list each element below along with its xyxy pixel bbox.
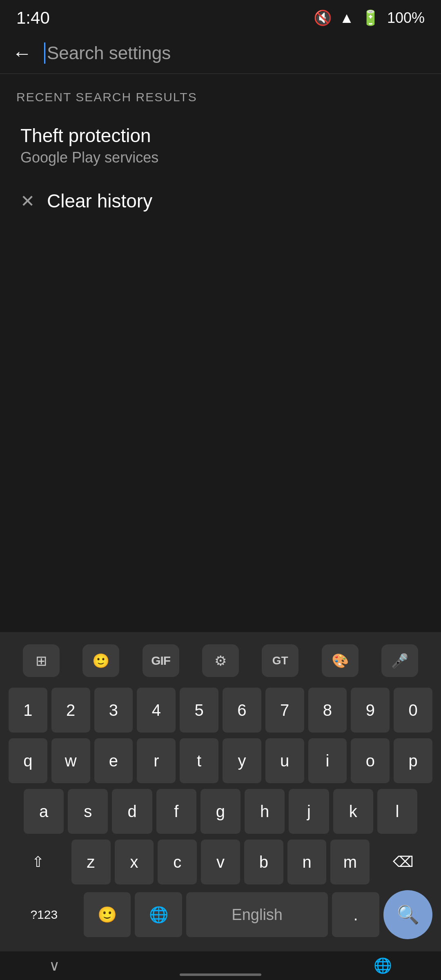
mute-icon: 🔇 — [314, 9, 332, 27]
key-r[interactable]: r — [137, 738, 176, 783]
key-3[interactable]: 3 — [94, 688, 133, 733]
theme-button[interactable]: 🎨 — [322, 644, 359, 677]
recent-label: RECENT SEARCH RESULTS — [16, 90, 425, 104]
key-5[interactable]: 5 — [180, 688, 218, 733]
emoji-grid-button[interactable]: ⊞ — [23, 644, 60, 677]
key-l[interactable]: l — [377, 789, 417, 834]
key-m[interactable]: m — [330, 840, 370, 884]
qwerty-row: q w e r t y u i o p — [3, 738, 438, 783]
key-i[interactable]: i — [308, 738, 347, 783]
key-w[interactable]: w — [51, 738, 90, 783]
number-row: 1 2 3 4 5 6 7 8 9 0 — [3, 688, 438, 733]
key-s[interactable]: s — [68, 789, 108, 834]
settings-button[interactable]: ⚙ — [202, 644, 239, 677]
clear-history-row[interactable]: ✕ Clear history — [16, 178, 425, 223]
recent-section: RECENT SEARCH RESULTS Theft protection G… — [0, 74, 441, 232]
keyboard-hide-button[interactable]: ∨ — [49, 957, 60, 974]
key-o[interactable]: o — [351, 738, 390, 783]
numbers-key[interactable]: ?123 — [9, 892, 80, 937]
key-f[interactable]: f — [156, 789, 196, 834]
key-8[interactable]: 8 — [308, 688, 347, 733]
search-bar: ← Search settings — [0, 33, 441, 74]
key-g[interactable]: g — [200, 789, 241, 834]
period-key[interactable]: . — [332, 892, 379, 937]
status-icons: 🔇 ▲ 🔋 100% — [314, 9, 425, 27]
key-0[interactable]: 0 — [394, 688, 432, 733]
key-t[interactable]: t — [180, 738, 218, 783]
keyboard-toolbar: ⊞ 🙂 GIF ⚙ GT 🎨 🎤 — [3, 639, 438, 683]
battery-icon: 🔋 — [361, 9, 380, 27]
key-q[interactable]: q — [9, 738, 47, 783]
clear-history-text[interactable]: Clear history — [47, 190, 152, 212]
result-title-theft: Theft protection — [20, 125, 421, 147]
bottom-row: ?123 🙂 🌐 English . 🔍 — [3, 890, 438, 939]
key-9[interactable]: 9 — [351, 688, 390, 733]
mic-button[interactable]: 🎤 — [381, 644, 418, 677]
gif-button[interactable]: GIF — [143, 644, 179, 677]
search-key[interactable]: 🔍 — [383, 890, 432, 939]
key-a[interactable]: a — [24, 789, 64, 834]
text-cursor — [44, 42, 45, 64]
key-j[interactable]: j — [289, 789, 329, 834]
search-result-theft[interactable]: Theft protection Google Play services — [16, 116, 425, 174]
sticker-button[interactable]: 🙂 — [82, 644, 119, 677]
search-input-area[interactable]: Search settings — [44, 42, 429, 64]
emoji-key[interactable]: 🙂 — [84, 892, 131, 937]
keyboard: ⊞ 🙂 GIF ⚙ GT 🎨 🎤 1 2 3 4 5 6 7 8 9 0 q w… — [0, 632, 441, 951]
globe-key[interactable]: 🌐 — [135, 892, 182, 937]
bottom-globe-icon[interactable]: 🌐 — [374, 957, 392, 974]
key-2[interactable]: 2 — [51, 688, 90, 733]
key-v[interactable]: v — [201, 840, 240, 884]
key-z[interactable]: z — [71, 840, 111, 884]
key-e[interactable]: e — [94, 738, 133, 783]
home-indicator — [180, 973, 261, 976]
wifi-icon: ▲ — [339, 9, 354, 27]
clear-x-icon: ✕ — [20, 191, 35, 211]
backspace-key[interactable]: ⌫ — [374, 840, 432, 884]
key-p[interactable]: p — [394, 738, 432, 783]
bottom-bar: ∨ 🌐 — [0, 951, 441, 980]
key-u[interactable]: u — [265, 738, 304, 783]
status-bar: 1:40 🔇 ▲ 🔋 100% — [0, 0, 441, 33]
search-input[interactable]: Search settings — [47, 43, 171, 63]
key-h[interactable]: h — [245, 789, 285, 834]
key-6[interactable]: 6 — [223, 688, 261, 733]
key-1[interactable]: 1 — [9, 688, 47, 733]
key-c[interactable]: c — [158, 840, 197, 884]
key-7[interactable]: 7 — [265, 688, 304, 733]
zxcv-row: ⇧ z x c v b n m ⌫ — [3, 840, 438, 884]
key-y[interactable]: y — [223, 738, 261, 783]
status-time: 1:40 — [16, 8, 50, 28]
key-4[interactable]: 4 — [137, 688, 176, 733]
space-key[interactable]: English — [186, 892, 328, 937]
back-button[interactable]: ← — [12, 42, 32, 65]
result-subtitle-theft: Google Play services — [20, 149, 421, 166]
key-d[interactable]: d — [112, 789, 152, 834]
shift-key[interactable]: ⇧ — [9, 840, 67, 884]
battery-percent: 100% — [387, 9, 425, 27]
translate-button[interactable]: GT — [262, 644, 298, 677]
key-x[interactable]: x — [115, 840, 154, 884]
key-b[interactable]: b — [244, 840, 283, 884]
asdf-row: a s d f g h j k l — [3, 789, 438, 834]
key-k[interactable]: k — [333, 789, 373, 834]
key-n[interactable]: n — [287, 840, 327, 884]
